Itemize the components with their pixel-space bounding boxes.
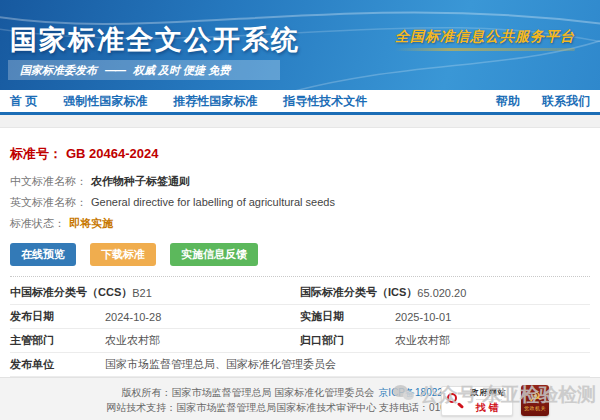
standard-number-value: GB 20464-2024 xyxy=(66,146,159,161)
slogan-words: 权威 及时 便捷 免费 xyxy=(133,63,230,78)
detail-label-ics: 国际标准分类号（ICS） xyxy=(300,285,417,300)
error-badge-line1: 政府网站 xyxy=(471,387,507,398)
detail-value-ccs: B21 xyxy=(132,287,300,299)
slogan-dash: —— xyxy=(105,64,125,76)
detail-value-implement-date: 2025-10-01 xyxy=(395,311,590,323)
en-name-row: 英文标准名称： General directive for labelling … xyxy=(10,195,590,210)
cn-name-label: 中文标准名称： xyxy=(10,174,87,189)
table-cell: 中国标准分类号（CCS） B21 xyxy=(10,285,300,300)
nav-item-home[interactable]: 首 页 xyxy=(10,93,37,110)
status-badge: 即将实施 xyxy=(69,216,113,231)
magnifier-icon xyxy=(445,391,465,411)
nav-item-contact-us[interactable]: 联系我们 xyxy=(542,93,590,110)
standard-detail-panel: 标准号：GB 20464-2024 中文标准名称： 农作物种子标签通则 英文标准… xyxy=(0,145,600,404)
error-badge-text: 政府网站 找错 xyxy=(465,387,512,415)
table-cell: 归口部门 农业农村部 xyxy=(300,333,590,348)
standard-number-row: 标准号：GB 20464-2024 xyxy=(10,145,590,163)
nav-item-guiding-documents[interactable]: 指导性技术文件 xyxy=(283,93,367,110)
detail-value-ics: 65.020.20 xyxy=(417,287,590,299)
detail-label-competent-dept: 主管部门 xyxy=(10,333,105,348)
sub-nav-strip xyxy=(0,115,600,128)
copyright-text: 版权所有：国家市场监督管理总局 国家标准化管理委员会 xyxy=(122,387,375,398)
cn-name-value: 农作物种子标签通则 xyxy=(91,174,190,189)
platform-name: 全国标准信息公共服务平台 xyxy=(395,28,575,51)
table-row-classification: 中国标准分类号（CCS） B21 国际标准分类号（ICS） 65.020.20 xyxy=(10,281,590,305)
error-badge-line2: 找错 xyxy=(476,399,502,415)
site-banner: 国家标准全文公开系统 全国标准信息公共服务平台 国家标准委发布 —— 权威 及时… xyxy=(0,0,600,90)
en-name-value: General directive for labelling of agric… xyxy=(91,196,335,208)
party-emblem-icon: ☭ xyxy=(529,390,542,404)
detail-value-centralized-dept: 农业农村部 xyxy=(395,333,590,348)
page: 国家标准全文公开系统 全国标准信息公共服务平台 国家标准委发布 —— 权威 及时… xyxy=(0,0,600,420)
status-label: 标准状态： xyxy=(10,216,65,231)
table-row-dates: 发布日期 2024-10-28 实施日期 2025-10-01 xyxy=(10,305,590,329)
party-gov-org-badge[interactable]: ☭ 党政机关 xyxy=(521,385,549,416)
download-standard-button[interactable]: 下载标准 xyxy=(90,243,156,266)
cn-name-row: 中文标准名称： 农作物种子标签通则 xyxy=(10,174,590,189)
detail-value-publish-date: 2024-10-28 xyxy=(105,311,300,323)
detail-label-centralized-dept: 归口部门 xyxy=(300,333,395,348)
detail-value-publish-unit: 国家市场监督管理总局、国家标准化管理委员会 xyxy=(105,357,590,372)
nav-item-help[interactable]: 帮助 xyxy=(496,93,520,110)
nav-item-mandatory-standards[interactable]: 强制性国家标准 xyxy=(63,93,147,110)
detail-label-ccs: 中国标准分类号（CCS） xyxy=(10,285,132,300)
table-cell: 发布日期 2024-10-28 xyxy=(10,309,300,324)
detail-label-publish-date: 发布日期 xyxy=(10,309,105,324)
table-cell: 发布单位 国家市场监督管理总局、国家标准化管理委员会 xyxy=(10,357,590,372)
online-preview-button[interactable]: 在线预览 xyxy=(10,243,76,266)
status-row: 标准状态： 即将实施 xyxy=(10,216,590,231)
detail-label-publish-unit: 发布单位 xyxy=(10,357,105,372)
main-nav: 首 页 强制性国家标准 推荐性国家标准 指导性技术文件 帮助 联系我们 xyxy=(0,90,600,112)
en-name-label: 英文标准名称： xyxy=(10,195,87,210)
implementation-feedback-button[interactable]: 实施信息反馈 xyxy=(170,243,258,266)
table-row-departments: 主管部门 农业农村部 归口部门 农业农村部 xyxy=(10,329,590,353)
nav-item-recommended-standards[interactable]: 推荐性国家标准 xyxy=(173,93,257,110)
table-row-publisher: 发布单位 国家市场监督管理总局、国家标准化管理委员会 xyxy=(10,353,590,377)
table-cell: 实施日期 2025-10-01 xyxy=(300,309,590,324)
action-buttons: 在线预览 下载标准 实施信息反馈 xyxy=(10,243,590,266)
party-gov-org-label: 党政机关 xyxy=(524,405,546,411)
detail-label-implement-date: 实施日期 xyxy=(300,309,395,324)
standard-number-label: 标准号： xyxy=(10,146,62,161)
slogan-strip: 国家标准委发布 —— 权威 及时 便捷 免费 xyxy=(8,60,280,80)
gov-site-error-report-badge[interactable]: 政府网站 找错 xyxy=(441,386,513,416)
dotted-divider xyxy=(10,276,590,277)
table-cell: 主管部门 农业农村部 xyxy=(10,333,300,348)
table-cell: 国际标准分类号（ICS） 65.020.20 xyxy=(300,285,590,300)
detail-value-competent-dept: 农业农村部 xyxy=(105,333,300,348)
site-title: 国家标准全文公开系统 xyxy=(10,22,300,58)
publisher-label: 国家标准委发布 xyxy=(20,63,97,78)
site-footer: 版权所有：国家市场监督管理总局 国家标准化管理委员会京ICP备18022388号… xyxy=(0,377,600,420)
